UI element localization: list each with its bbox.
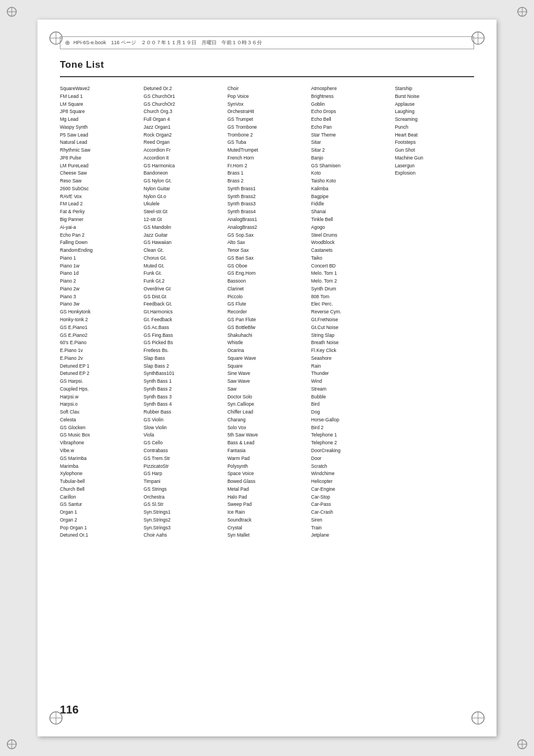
tone-item: Chiffer Lead [227, 408, 307, 416]
tone-item: Goblin [311, 101, 391, 109]
tone-item: Nylon Guitar [144, 185, 223, 193]
tone-item: Car-Pass [311, 501, 391, 509]
tone-item: Telephone 2 [311, 439, 391, 447]
tone-item: GS Ac.Bass [144, 324, 223, 332]
tone-item: Rock Organ2 [144, 132, 223, 139]
tone-item: Siren [311, 516, 391, 524]
tone-column-4: AtmosphereBrightnessGoblinEcho DropsEcho… [311, 85, 395, 539]
tone-item: Piano 1d [60, 270, 139, 278]
tone-item: AnalogBrass1 [227, 216, 307, 224]
tone-item: FM Lead 1 [60, 93, 139, 101]
tone-item: E.Piano 1v [60, 347, 139, 355]
tone-item: GS Harmonica [144, 162, 223, 170]
tone-item: Sweep Pad [227, 501, 307, 509]
tone-item: E.Piano 2v [60, 355, 139, 363]
tone-item: Woodblock [311, 239, 391, 247]
tone-item: 5th Saw Wave [227, 431, 307, 439]
tone-item: Fantasia [227, 447, 307, 455]
tone-item: Ukulele [144, 200, 223, 208]
tone-item: Steel Drums [311, 232, 391, 240]
header-bar: ⊕ HPi-6S-e.book 116 ページ ２００７年１１月１９日 月曜日 … [60, 36, 474, 49]
tone-item: Natural Lead [60, 139, 139, 147]
tone-item: Organ 1 [60, 509, 139, 516]
corner-mark-br [516, 738, 528, 750]
tone-item: Detuned Or.1 [60, 532, 139, 539]
tone-column-2: Detuned Or.2GS ChurchOr1GS ChurchOr2Chur… [144, 85, 228, 539]
tone-item: Burst Noise [395, 93, 474, 101]
tone-item: GS Cello [144, 439, 223, 447]
tone-item: Agogo [311, 224, 391, 232]
tone-item: Castanets [311, 247, 391, 255]
tone-item: Echo Drops [311, 108, 391, 116]
tone-item: Saw Wave [227, 378, 307, 386]
tone-item: GS Trombone [227, 124, 307, 132]
tone-item: Muted Gt. [144, 262, 223, 270]
tone-item: GS BottleBlw [227, 324, 307, 332]
tone-item: GS Trem.Str [144, 455, 223, 463]
tone-item: SynthBass101 [144, 370, 223, 378]
tone-item: Harpsi.o [60, 401, 139, 408]
tone-item: Concert BD [311, 262, 391, 270]
tone-item: Fretless Bs. [144, 347, 223, 355]
tone-item: Piccolo [227, 293, 307, 301]
header-text: HPi-6S-e.book 116 ページ ２００７年１１月１９日 月曜日 午前… [73, 39, 262, 46]
tone-item: 2600 SubOsc [60, 185, 139, 193]
tone-item: Taisho Koto [311, 177, 391, 185]
tone-item: Recorder [227, 308, 307, 316]
tone-item: Detuned EP 2 [60, 370, 139, 378]
tone-item: Rain [311, 363, 391, 370]
tone-item: Slow Violin [144, 424, 223, 432]
tone-item: Bass & Lead [227, 439, 307, 447]
tone-item: Syn.Strings2 [144, 516, 223, 524]
tone-item: Helicopter [311, 478, 391, 486]
tone-item: Fat & Perky [60, 208, 139, 216]
tone-item: Breath Noise [311, 339, 391, 347]
tone-item: Car-Stop [311, 494, 391, 501]
tone-item: SquareWave2 [60, 85, 139, 93]
tone-item: GS Sop.Sax [227, 232, 307, 240]
tone-item: Echo Pan [311, 124, 391, 132]
tone-item: Explosion [395, 170, 474, 177]
tone-item: Tubular-bell [60, 478, 139, 486]
tone-item: GS Nylon Gt. [144, 177, 223, 185]
tone-item: Piano 2w [60, 285, 139, 293]
tone-item: Timpani [144, 478, 223, 486]
tone-item: Wind [311, 378, 391, 386]
tone-item: Seashore [311, 355, 391, 363]
tone-item: Sitar [311, 139, 391, 147]
tone-item: Applause [395, 101, 474, 109]
tone-item: DoorCreaking [311, 447, 391, 455]
tone-item: Synth Bass 2 [144, 386, 223, 393]
tone-item: Piano 1w [60, 262, 139, 270]
tone-item: Vibe.w [60, 447, 139, 455]
tone-item: Sitar 2 [311, 147, 391, 154]
corner-mark-bl [6, 738, 18, 750]
tone-item: Reed Organ [144, 139, 223, 147]
tone-item: Funk Gt. [144, 270, 223, 278]
tone-item: Footsteps [395, 139, 474, 147]
tone-item: Metal Pad [227, 486, 307, 494]
tone-columns: SquareWave2FM Lead 1LM SquareJP8 SquareM… [60, 85, 474, 539]
tone-item: Synth Bass 3 [144, 393, 223, 401]
tone-item: Pop Organ 1 [60, 524, 139, 532]
tone-item: Piano 1 [60, 255, 139, 262]
tone-item: Church Org.3 [144, 108, 223, 116]
tone-item: Shakuhachi [227, 332, 307, 340]
tone-item: Cheese Saw [60, 170, 139, 177]
tone-item: Full Organ 4 [144, 116, 223, 124]
tone-item: Bagpipe [311, 193, 391, 201]
tone-item: Falling Down [60, 239, 139, 247]
tone-item: Taiko [311, 255, 391, 262]
tone-item: Coupled Hps. [60, 386, 139, 393]
tone-item: Synth Brass2 [227, 193, 307, 201]
tone-item: Bowed Glass [227, 478, 307, 486]
tone-item: Brass 1 [227, 170, 307, 177]
tone-item: JP8 Pulse [60, 154, 139, 162]
tone-item: GS Violin [144, 416, 223, 424]
tone-item: GS Dist.Gt [144, 293, 223, 301]
tone-item: GS Sl.Str [144, 501, 223, 509]
tone-item: Windchime [311, 470, 391, 478]
tone-item: Rubber Bass [144, 408, 223, 416]
tone-item: Steel-str.Gt [144, 208, 223, 216]
tone-item: Marimba [60, 463, 139, 471]
